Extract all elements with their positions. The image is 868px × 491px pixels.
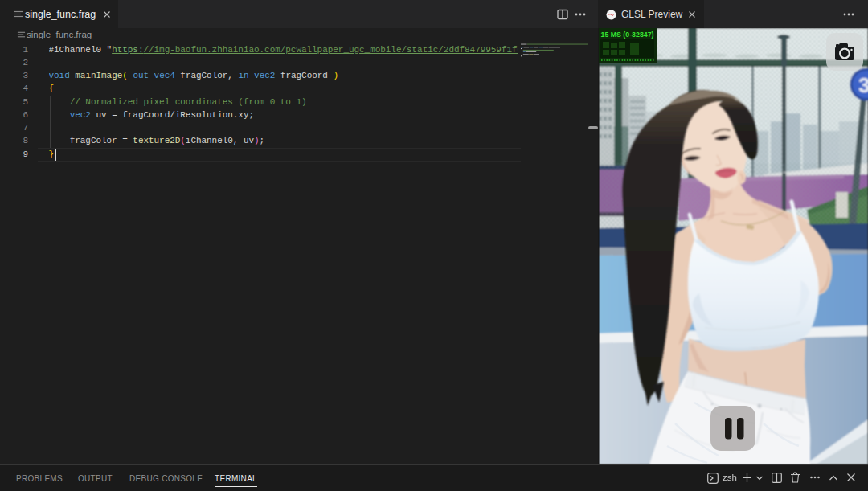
svg-text:3: 3 <box>858 73 868 97</box>
svg-text:15 MS (0-32847): 15 MS (0-32847) <box>601 31 654 39</box>
